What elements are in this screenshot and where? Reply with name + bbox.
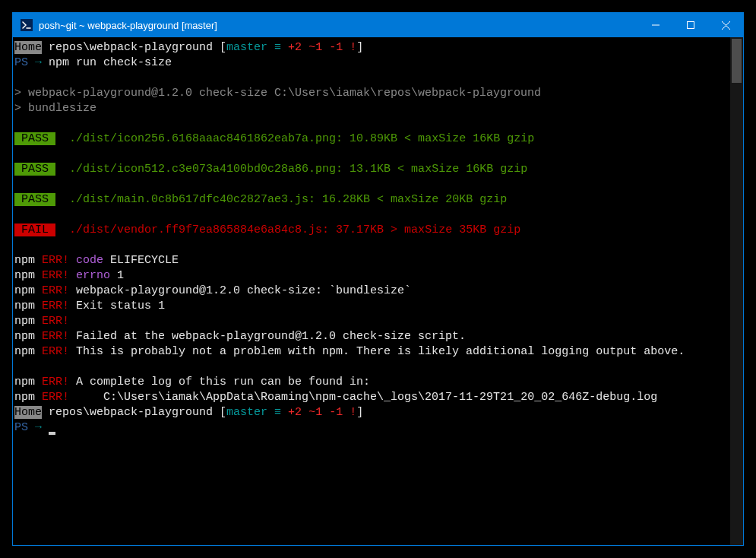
err-tag: ERR! <box>35 345 69 358</box>
terminal-area: Home repos\webpack-playground [master ≡ … <box>13 37 743 545</box>
pass-badge: PASS <box>14 193 55 206</box>
window-controls <box>638 13 743 37</box>
maximize-button[interactable] <box>673 13 708 37</box>
npm-error-line: npm ERR! This is probably not a problem … <box>14 344 729 360</box>
prompt-line: Home repos\webpack-playground [master ≡ … <box>14 40 729 55</box>
ps-prefix: PS <box>14 56 28 69</box>
npm-header: > webpack-playground@1.2.0 check-size C:… <box>14 86 729 101</box>
svg-rect-2 <box>688 22 694 29</box>
command-line: PS → npm run check-size <box>14 55 729 71</box>
check-result: PASS ./dist/icon256.6168aaac8461862eab7a… <box>14 132 729 147</box>
npm-error-line: npm ERR! Exit status 1 <box>14 299 729 314</box>
maximize-icon <box>687 21 694 29</box>
err-tag: ERR! <box>35 330 69 343</box>
npm-error-line: npm ERR! <box>14 314 729 329</box>
npm-error-line: npm ERR! Failed at the webpack-playgroun… <box>14 329 729 344</box>
close-icon <box>722 21 730 30</box>
git-modified: ~1 <box>302 41 329 54</box>
check-result: FAIL ./dist/vendor.ff9f7ea865884e6a84c8.… <box>14 223 729 238</box>
git-branch: master <box>226 406 267 419</box>
npm-error-line: npm ERR! A complete log of this run can … <box>14 375 729 390</box>
npm-error-line: npm ERR! code ELIFECYCLE <box>14 253 729 268</box>
npm-header: > bundlesize <box>14 101 729 116</box>
err-tag: ERR! <box>35 254 69 267</box>
window-title: posh~git ~ webpack-playground [master] <box>39 20 638 31</box>
check-result: PASS ./dist/main.0c8b617dfc40c2827ae3.js… <box>14 192 729 208</box>
minimize-icon <box>652 21 660 29</box>
prompt-path: repos\webpack-playground <box>42 406 220 419</box>
err-tag: ERR! <box>35 300 69 312</box>
git-branch: master <box>226 41 267 54</box>
err-tag: ERR! <box>35 284 69 297</box>
check-text: ./dist/vendor.ff9f7ea865884e6a84c8.js: 3… <box>55 224 520 236</box>
git-deleted: -1 ! <box>329 41 356 54</box>
terminal-output[interactable]: Home repos\webpack-playground [master ≡ … <box>13 37 730 545</box>
prompt-line: Home repos\webpack-playground [master ≡ … <box>14 405 729 420</box>
err-tag: ERR! <box>35 376 69 388</box>
check-result: PASS ./dist/icon512.c3e073a4100bd0c28a86… <box>14 162 729 177</box>
app-icon <box>21 19 33 31</box>
err-tag: ERR! <box>35 269 69 282</box>
minimize-button[interactable] <box>638 13 673 37</box>
close-button[interactable] <box>708 13 743 37</box>
npm-error-line: npm ERR! C:\Users\iamak\AppData\Roaming\… <box>14 390 729 405</box>
npm-error-line: npm ERR! errno 1 <box>14 268 729 284</box>
prompt-home: Home <box>14 41 42 54</box>
titlebar[interactable]: posh~git ~ webpack-playground [master] <box>13 13 743 37</box>
prompt-path: repos\webpack-playground <box>42 41 220 54</box>
cursor <box>49 432 55 435</box>
err-tag: ERR! <box>35 391 69 404</box>
check-text: ./dist/icon512.c3e073a4100bd0c28a86.png:… <box>55 163 527 176</box>
npm-error-line: npm ERR! webpack-playground@1.2.0 check-… <box>14 284 729 299</box>
check-text: ./dist/main.0c8b617dfc40c2827ae3.js: 16.… <box>55 193 507 206</box>
scrollbar[interactable] <box>730 37 743 545</box>
git-added: +2 <box>288 41 302 54</box>
check-text: ./dist/icon256.6168aaac8461862eab7a.png:… <box>55 132 534 145</box>
command-text: npm run check-size <box>49 56 172 69</box>
prompt-home: Home <box>14 406 42 419</box>
window-frame: posh~git ~ webpack-playground [master] H… <box>12 12 744 546</box>
scrollbar-thumb[interactable] <box>732 39 742 83</box>
err-tag: ERR! <box>35 315 69 328</box>
fail-badge: FAIL <box>14 224 55 236</box>
pass-badge: PASS <box>14 132 55 145</box>
pass-badge: PASS <box>14 163 55 176</box>
ps-prefix: PS <box>14 421 28 434</box>
command-line: PS → <box>14 420 729 436</box>
